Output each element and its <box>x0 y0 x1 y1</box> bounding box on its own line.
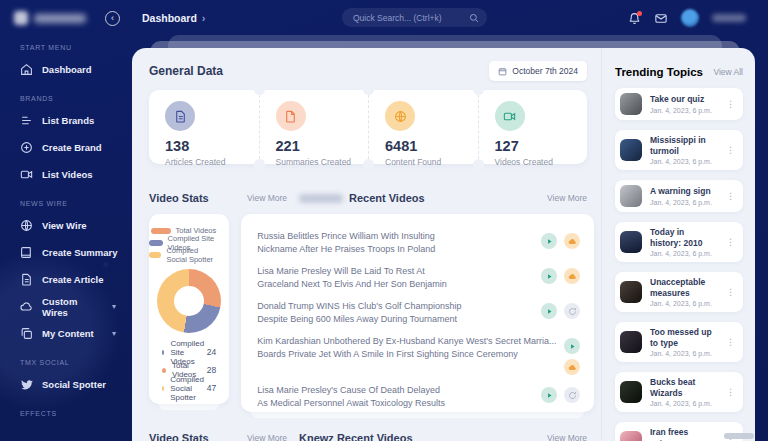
more-options-icon[interactable]: ⋮ <box>724 336 737 349</box>
topic-title: Unacceptable measures <box>650 277 716 298</box>
donut-chart <box>157 269 221 333</box>
search-input[interactable]: Quick Search... (Ctrl+k) <box>342 8 487 27</box>
trending-card[interactable]: Mississippi in turmoil Jan. 4, 2023, 6 p… <box>615 130 743 170</box>
topic-thumbnail <box>620 431 642 441</box>
cloud-upload-button[interactable] <box>564 359 580 375</box>
sidebar-item-view-wire[interactable]: View Wire <box>14 212 120 239</box>
sidebar-item-create-brand[interactable]: Create Brand <box>14 134 120 161</box>
trending-card[interactable]: Bucks beat Wizards Jan. 4, 2023, 6 p.m. … <box>615 372 743 412</box>
topic-title: Today in history: 2010 <box>650 227 716 248</box>
play-video-button[interactable] <box>564 338 580 354</box>
video-list-item[interactable]: Donald Trump WINS His Club's Golf Champi… <box>257 300 580 326</box>
search-icon <box>469 13 479 23</box>
copy-icon <box>20 327 33 340</box>
video-stats-view-more-link[interactable]: View More <box>247 193 287 203</box>
topic-thumbnail <box>620 281 642 303</box>
sidebar-collapse-button[interactable]: ‹ <box>105 11 120 26</box>
trending-card[interactable]: A warning sign Jan. 4, 2023, 6 p.m. ⋮ <box>615 180 743 212</box>
chart-data-row: Compiled Social Spotter 47 <box>162 379 216 397</box>
play-video-button[interactable] <box>541 387 557 403</box>
legend-label: Compiled Social Spotter <box>166 246 216 264</box>
cloud-upload-button[interactable] <box>564 268 580 284</box>
legend-swatch <box>149 240 163 246</box>
breadcrumb[interactable]: Dashboard › <box>142 12 206 24</box>
more-options-icon[interactable]: ⋮ <box>724 286 737 299</box>
sidebar-item-create-article[interactable]: Create Article <box>14 266 120 293</box>
user-avatar[interactable] <box>681 9 699 27</box>
date-picker-button[interactable]: October 7th 2024 <box>489 61 587 81</box>
trending-card[interactable]: Today in history: 2010 Jan. 4, 2023, 6 p… <box>615 222 743 262</box>
topic-thumbnail <box>620 331 642 353</box>
stat-value: 127 <box>495 138 588 154</box>
legend-item: Compiled Social Spotter <box>149 249 229 260</box>
video-stats-chart-card: Total Videos Compiled Site Videos Compil… <box>149 214 229 404</box>
book-icon <box>20 246 33 259</box>
series-dot <box>162 350 164 355</box>
chart-data-row: Compiled Site Videos 24 <box>162 343 216 361</box>
video-title-line: As Medical Personnel Await Toxicology Re… <box>257 397 533 410</box>
list-icon <box>20 114 33 127</box>
horizontal-scrollbar[interactable] <box>724 433 754 439</box>
globe-icon <box>385 101 415 131</box>
stat-videos-created: 127 Videos Created <box>478 90 588 164</box>
topic-title: Mississippi in turmoil <box>650 135 716 156</box>
trending-card[interactable]: Too messed up to type Jan. 4, 2023, 6 p.… <box>615 322 743 362</box>
sidebar-item-list-videos[interactable]: List Videos <box>14 161 120 188</box>
twitter-icon <box>20 378 33 391</box>
trending-card[interactable]: Unacceptable measures Jan. 4, 2023, 6 p.… <box>615 272 743 312</box>
more-options-icon[interactable]: ⋮ <box>724 236 737 249</box>
sidebar-item-create-summary[interactable]: Create Summary <box>14 239 120 266</box>
topbar: Dashboard › Quick Search... (Ctrl+k) <box>132 0 768 36</box>
mail-icon <box>654 12 668 25</box>
app-logo-blurred[interactable] <box>14 11 105 25</box>
sidebar-item-custom-wires[interactable]: Custom Wires ▾ <box>14 293 120 320</box>
series-value: 47 <box>207 383 216 393</box>
sidebar-item-list-brands[interactable]: List Brands <box>14 107 120 134</box>
video-list-item[interactable]: Kim Kardashian Unbothered By Ex-Husband … <box>257 335 580 375</box>
video-list-item[interactable]: Russia Belittles Prince William With Ins… <box>257 230 580 256</box>
messages-button[interactable] <box>654 12 668 25</box>
section-label-start-menu: START MENU <box>20 44 120 51</box>
stat-value: 221 <box>276 138 369 154</box>
sidebar-item-label: View Wire <box>42 220 87 231</box>
date-label: October 7th 2024 <box>512 66 578 76</box>
play-video-button[interactable] <box>541 233 557 249</box>
trending-card[interactable]: Take our quiz Jan. 4, 2023, 6 p.m. ⋮ <box>615 88 743 120</box>
topic-thumbnail <box>620 139 642 161</box>
sidebar-item-social-spotter[interactable]: Social Spotter <box>14 371 120 398</box>
processing-refresh-button[interactable] <box>564 387 580 403</box>
knewz-recent-videos-title: Knewz Recent Videos <box>299 432 413 441</box>
video-list-item[interactable]: Lisa Marie Presley Will Be Laid To Rest … <box>257 265 580 291</box>
play-video-button[interactable] <box>541 268 557 284</box>
video-title-line: Russia Belittles Prince William With Ins… <box>257 230 533 243</box>
more-options-icon[interactable]: ⋮ <box>724 98 737 111</box>
recent-videos-view-more-link[interactable]: View More <box>547 193 587 203</box>
trending-card[interactable]: Iran frees actress Jan. 4, 2023, 6 p.m. … <box>615 422 743 441</box>
sidebar-item-my-content[interactable]: My Content ▾ <box>14 320 120 347</box>
play-video-button[interactable] <box>541 303 557 319</box>
sidebar-item-dashboard[interactable]: Dashboard <box>14 56 120 83</box>
more-options-icon[interactable]: ⋮ <box>724 386 737 399</box>
topic-date: Jan. 4, 2023, 6 p.m. <box>650 400 716 407</box>
topic-title: Bucks beat Wizards <box>650 377 716 398</box>
chevron-down-icon: ▾ <box>112 329 116 338</box>
topic-thumbnail <box>620 381 642 403</box>
video-title-line: Lisa Marie Presley's Cause Of Death Dela… <box>257 384 533 397</box>
processing-refresh-button[interactable] <box>564 303 580 319</box>
video-title-line: Kim Kardashian Unbothered By Ex-Husband … <box>257 335 556 348</box>
stats-card: 138 Articles Created 221 Summaries Creat… <box>149 90 587 164</box>
more-options-icon[interactable]: ⋮ <box>724 144 737 157</box>
trending-topics-panel: Trending Topics View All Take our quiz J… <box>603 48 755 441</box>
video-list-item[interactable]: Lisa Marie Presley's Cause Of Death Dela… <box>257 384 580 410</box>
section-label-tmx-social: TMX SOCIAL <box>20 359 120 366</box>
notifications-button[interactable] <box>628 12 641 25</box>
trending-view-all-link[interactable]: View All <box>713 67 743 77</box>
stat-summaries-created: 221 Summaries Created <box>259 90 369 164</box>
logo-text-blurred <box>34 14 86 23</box>
breadcrumb-label: Dashboard <box>142 12 197 24</box>
video-stats-view-more-link-2[interactable]: View More <box>247 433 287 441</box>
more-options-icon[interactable]: ⋮ <box>724 190 737 203</box>
series-dot <box>162 368 166 373</box>
knewz-view-more-link[interactable]: View More <box>547 433 587 441</box>
cloud-upload-button[interactable] <box>564 233 580 249</box>
